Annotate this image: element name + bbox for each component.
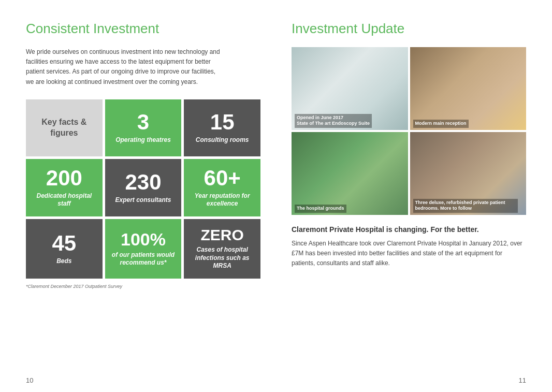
stat-cell-recommend: 100% of our patients would recommend us*: [105, 219, 182, 279]
recommend-number: 100%: [121, 230, 166, 248]
year-reputation-label: Year reputation for excellence: [189, 192, 255, 208]
investment-title: Claremont Private Hospital is changing. …: [292, 225, 526, 234]
beds-number: 45: [52, 233, 76, 254]
footnote: *Claremont December 2017 Outpatient Surv…: [26, 284, 260, 289]
image-endoscopy: Opened in June 2017State of The art Endo…: [292, 47, 408, 130]
page-footer: 10 11: [0, 371, 552, 392]
grounds-caption: The hospital grounds: [295, 205, 346, 213]
endoscopy-image: Opened in June 2017State of The art Endo…: [292, 47, 408, 130]
zero-label: Cases of hospital infections such as MRS…: [189, 246, 255, 270]
page-number-right: 11: [519, 376, 526, 384]
expert-consultants-label: Expert consultants: [115, 196, 171, 205]
year-reputation-number: 60+: [204, 167, 241, 189]
endoscopy-caption: Opened in June 2017State of The art Endo…: [295, 114, 372, 128]
stat-cell-beds: 45 Beds: [26, 219, 103, 279]
right-column: Investment Update Opened in June 2017Sta…: [292, 21, 526, 356]
beds-label: Beds: [56, 257, 71, 266]
consulting-rooms-number: 15: [210, 111, 235, 133]
bedrooms-image: Three deluxe, refurbished private patien…: [410, 132, 527, 215]
page-number-left: 10: [26, 376, 33, 384]
stat-cell-hospital-staff: 200 Dedicated hospital staff: [26, 159, 103, 216]
stat-cell-zero-mrsa: ZERO Cases of hospital infections such a…: [184, 219, 260, 279]
intro-paragraph: We pride ourselves on continuous investm…: [26, 47, 223, 87]
images-grid: Opened in June 2017State of The art Endo…: [292, 47, 526, 215]
grounds-image: The hospital grounds: [292, 132, 408, 215]
hospital-staff-label: Dedicated hospital staff: [31, 192, 97, 208]
stat-cell-key-facts: Key facts & figures: [26, 99, 103, 156]
reception-caption: Modern main reception: [413, 120, 469, 128]
operating-theatres-number: 3: [137, 111, 149, 133]
stat-cell-expert-consultants: 230 Expert consultants: [105, 159, 182, 216]
image-reception: Modern main reception: [410, 47, 527, 130]
reception-image: Modern main reception: [410, 47, 527, 130]
right-section-title: Investment Update: [292, 21, 526, 37]
stats-grid: Key facts & figures 3 Operating theatres…: [26, 99, 260, 279]
expert-consultants-number: 230: [125, 171, 161, 193]
image-bedrooms: Three deluxe, refurbished private patien…: [410, 132, 527, 215]
investment-text: Since Aspen Healthcare took over Claremo…: [292, 239, 526, 269]
hospital-staff-number: 200: [46, 167, 82, 189]
left-section-title: Consistent Investment: [26, 21, 260, 37]
image-grounds: The hospital grounds: [292, 132, 408, 215]
zero-number: ZERO: [200, 227, 243, 243]
consulting-rooms-label: Consulting rooms: [196, 136, 249, 144]
left-column: Consistent Investment We pride ourselves…: [26, 21, 260, 356]
key-facts-label: Key facts & figures: [31, 117, 97, 139]
stat-cell-year-reputation: 60+ Year reputation for excellence: [184, 159, 260, 216]
bedrooms-caption: Three deluxe, refurbished private patien…: [413, 199, 518, 213]
recommend-label: of our patients would recommend us*: [110, 251, 177, 267]
stat-cell-operating-theatres: 3 Operating theatres: [105, 99, 182, 156]
stat-cell-consulting-rooms: 15 Consulting rooms: [184, 99, 260, 156]
operating-theatres-label: Operating theatres: [115, 136, 171, 144]
